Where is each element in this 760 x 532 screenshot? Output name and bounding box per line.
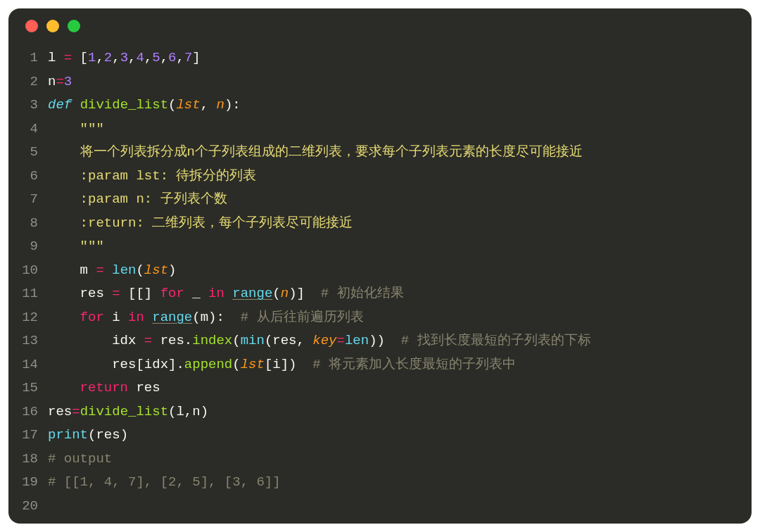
code-line: :param n: 子列表个数	[48, 188, 752, 212]
code-token: (	[192, 310, 200, 325]
code-token: res.	[152, 333, 192, 348]
code-token: =	[337, 333, 345, 348]
code-token: 3	[64, 74, 72, 89]
variable: lst	[241, 357, 265, 372]
code-token	[48, 286, 80, 301]
variable: lst	[144, 262, 168, 278]
number-literal: 2	[104, 50, 112, 65]
line-number: 8	[8, 212, 38, 236]
editor-area[interactable]: 1234567891011121314151617181920 l = [1,2…	[8, 44, 752, 524]
line-number: 5	[8, 141, 38, 165]
code-token: res,	[272, 333, 312, 348]
method-append: append	[184, 357, 232, 372]
code-token: res	[48, 404, 72, 419]
code-line: res = [[] for _ in range(n)] # 初始化结果	[48, 282, 752, 306]
minimize-icon[interactable]	[46, 20, 59, 32]
line-number: 13	[8, 329, 38, 353]
parameter: lst	[176, 97, 200, 113]
code-line: res[idx].append(lst[i]) # 将元素加入长度最短的子列表中	[48, 353, 752, 377]
line-number-gutter: 1234567891011121314151617181920	[8, 46, 48, 524]
code-line: # [[1, 4, 7], [2, 5], [3, 6]]	[48, 471, 752, 495]
code-token: )]	[289, 286, 321, 301]
comma: ,	[144, 50, 152, 65]
code-token: l	[48, 50, 64, 65]
line-number: 6	[8, 165, 38, 189]
line-number: 11	[8, 282, 38, 306]
code-token: =	[72, 404, 80, 419]
code-token: _	[184, 286, 208, 301]
variable: res	[96, 427, 120, 443]
line-number: 17	[8, 424, 38, 448]
code-line: # output	[48, 448, 752, 471]
code-line: m = len(lst)	[48, 259, 752, 283]
code-token	[72, 97, 80, 113]
docstring-quote: """	[80, 239, 104, 254]
keyword-for: for	[160, 286, 184, 301]
code-token: [i])	[265, 357, 312, 372]
builtin-range: range	[152, 310, 192, 325]
code-token: (	[88, 427, 96, 443]
docstring-text: :param n: 子列表个数	[80, 191, 227, 207]
maximize-icon[interactable]	[68, 20, 80, 32]
function-call: divide_list	[80, 404, 168, 419]
code-line: :return: 二维列表，每个子列表尽可能接近	[48, 212, 752, 236]
function-name: divide_list	[80, 97, 168, 113]
code-token: ))	[369, 333, 401, 348]
code-token: (	[232, 357, 240, 372]
code-token	[144, 310, 152, 325]
code-token	[104, 262, 112, 278]
line-number: 1	[8, 46, 38, 70]
code-token: (	[232, 333, 240, 348]
docstring-quote: """	[80, 121, 104, 137]
code-token: =	[96, 262, 103, 278]
code-line: """	[48, 118, 752, 141]
builtin-len: len	[112, 262, 136, 278]
comma: ,	[160, 50, 168, 65]
comma: ,	[128, 50, 136, 65]
line-number: 14	[8, 353, 38, 377]
window-titlebar	[8, 8, 752, 44]
code-token	[48, 357, 112, 372]
code-token: res	[128, 380, 160, 395]
builtin-print: print	[48, 427, 88, 443]
comment: # [[1, 4, 7], [2, 5], [3, 6]]	[48, 474, 281, 490]
code-token: ,	[201, 97, 217, 113]
docstring-text: 将一个列表拆分成n个子列表组成的二维列表，要求每个子列表元素的长度尽可能接近	[80, 144, 583, 160]
parameter: n	[216, 97, 224, 113]
code-line: l = [1,2,3,4,5,6,7]	[48, 46, 752, 70]
keyword-return: return	[80, 380, 128, 395]
code-line: :param lst: 待拆分的列表	[48, 165, 752, 189]
line-number: 16	[8, 400, 38, 424]
code-line: for i in range(m): # 从后往前遍历列表	[48, 306, 752, 330]
variable: n	[192, 404, 200, 419]
line-number: 12	[8, 306, 38, 330]
code-token: (	[136, 262, 144, 278]
keyword-def: def	[48, 97, 72, 113]
code-token: n	[48, 74, 56, 89]
code-content[interactable]: l = [1,2,3,4,5,6,7]n=3def divide_list(ls…	[48, 46, 752, 524]
code-token	[48, 380, 80, 395]
code-token: (	[168, 97, 176, 113]
docstring-text: :return: 二维列表，每个子列表尽可能接近	[80, 215, 353, 231]
keyword-in: in	[208, 286, 224, 301]
number-literal: 4	[136, 50, 144, 65]
line-number: 2	[8, 70, 38, 94]
code-line: idx = res.index(min(res, key=len)) # 找到长…	[48, 329, 752, 353]
code-line: def divide_list(lst, n):	[48, 94, 752, 118]
code-token: )	[120, 427, 128, 443]
line-number: 10	[8, 259, 38, 283]
line-number: 7	[8, 188, 38, 212]
line-number: 19	[8, 471, 38, 495]
keyword-in: in	[128, 310, 144, 325]
code-token	[48, 121, 80, 137]
code-token	[224, 286, 232, 301]
code-token: (	[272, 286, 280, 301]
close-icon[interactable]	[25, 20, 38, 32]
code-token: )	[201, 404, 208, 419]
code-token: i	[104, 310, 128, 325]
code-token	[48, 310, 80, 325]
code-token	[48, 168, 80, 184]
variable: m	[201, 310, 208, 325]
number-literal: 5	[152, 50, 160, 65]
keyword-for: for	[80, 310, 104, 325]
